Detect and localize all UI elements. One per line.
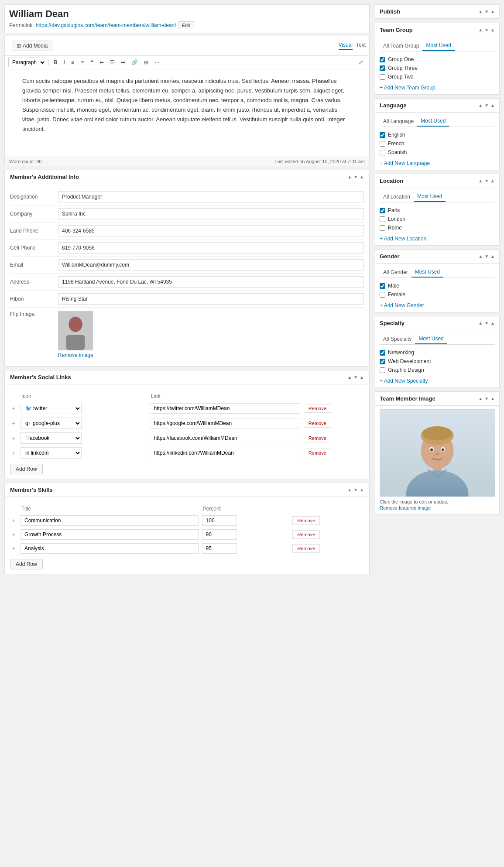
more-button[interactable]: ⋯ <box>152 58 162 67</box>
social-remove-button-2[interactable]: Remove <box>304 434 331 442</box>
gender-down-button[interactable]: ▼ <box>484 254 489 259</box>
location-all-tab[interactable]: All Location <box>380 192 414 202</box>
tab-visual[interactable]: Visual <box>339 42 353 50</box>
table-button[interactable]: ⊞ <box>141 58 151 67</box>
drag-handle-0[interactable]: + <box>12 405 15 412</box>
skills-up-button[interactable]: ▲ <box>347 487 352 492</box>
paragraph-select[interactable]: Paragraph <box>8 58 46 67</box>
social-remove-button-3[interactable]: Remove <box>304 449 331 457</box>
specialty-up-button[interactable]: ▲ <box>478 321 483 326</box>
publish-up-button[interactable]: ▲ <box>478 9 483 14</box>
ribon-input[interactable] <box>58 293 364 305</box>
member-info-down-button[interactable]: ▼ <box>353 175 358 179</box>
publish-down-button[interactable]: ▼ <box>484 9 489 14</box>
location-checkbox-2[interactable] <box>380 225 385 231</box>
language-down-button[interactable]: ▼ <box>484 103 489 108</box>
specialty-most-used-tab[interactable]: Most Used <box>415 334 447 344</box>
skill-drag-handle-2[interactable]: + <box>12 545 15 552</box>
designation-input[interactable] <box>58 191 364 202</box>
gender-checkbox-0[interactable] <box>380 283 385 289</box>
language-checkbox-1[interactable] <box>380 141 385 147</box>
add-language-link[interactable]: + Add New Language <box>380 160 495 166</box>
social-add-row-button[interactable]: Add Row <box>10 464 43 474</box>
language-toggle-button[interactable]: ▲ <box>490 103 495 108</box>
editor-body[interactable]: Cum sociis natoque penatibus et magnis d… <box>5 69 369 157</box>
skills-toggle-button[interactable]: ▲ <box>360 487 364 492</box>
skills-add-row-button[interactable]: Add Row <box>10 559 43 569</box>
team-group-checkbox-2[interactable] <box>380 74 385 80</box>
skills-down-button[interactable]: ▼ <box>353 487 358 492</box>
skill-drag-handle-1[interactable]: + <box>12 531 15 538</box>
team-group-most-used-tab[interactable]: Most Used <box>422 41 454 51</box>
social-icon-select-0[interactable]: 🐦 twitter g+ google-plus f facebook in l… <box>21 403 82 414</box>
blockquote-button[interactable]: ❝ <box>88 58 96 67</box>
skill-percent-input-2[interactable] <box>202 543 237 554</box>
address-input[interactable] <box>58 276 364 288</box>
add-media-button[interactable]: ⊞ Add Media <box>12 41 52 51</box>
skill-percent-input-0[interactable] <box>202 515 237 526</box>
language-checkbox-2[interactable] <box>380 150 385 155</box>
unordered-list-button[interactable]: ≡ <box>69 58 77 67</box>
location-up-button[interactable]: ▲ <box>478 178 483 183</box>
add-gender-link[interactable]: + Add New Gender <box>380 302 495 308</box>
social-icon-select-3[interactable]: 🐦 twitter g+ google-plus f facebook in l… <box>21 447 82 459</box>
italic-button[interactable]: I <box>61 58 68 67</box>
skill-title-input-2[interactable] <box>21 543 199 554</box>
social-link-input-0[interactable] <box>150 403 300 414</box>
language-most-used-tab[interactable]: Most Used <box>417 116 449 127</box>
gender-most-used-tab[interactable]: Most Used <box>411 267 443 278</box>
language-checkbox-0[interactable] <box>380 132 385 138</box>
specialty-down-button[interactable]: ▼ <box>484 321 489 326</box>
team-group-checkbox-1[interactable] <box>380 65 385 71</box>
skill-remove-button-0[interactable]: Remove <box>292 516 320 525</box>
ordered-list-button[interactable]: ≣ <box>78 58 87 67</box>
location-toggle-button[interactable]: ▲ <box>490 178 495 183</box>
social-icon-select-2[interactable]: 🐦 twitter g+ google-plus f facebook in l… <box>21 432 82 444</box>
specialty-all-tab[interactable]: All Specialty <box>380 334 415 344</box>
land-phone-input[interactable] <box>58 225 364 236</box>
skill-percent-input-1[interactable] <box>202 529 237 540</box>
social-link-input-2[interactable] <box>150 433 300 443</box>
align-right-button[interactable]: ➡ <box>118 58 128 67</box>
team-group-all-tab[interactable]: All Team Group <box>380 41 422 51</box>
remove-image-link[interactable]: Remove image <box>58 352 93 358</box>
specialty-toggle-button[interactable]: ▲ <box>490 321 495 326</box>
drag-handle-1[interactable]: + <box>12 420 15 427</box>
skill-remove-button-1[interactable]: Remove <box>292 530 320 539</box>
social-links-down-button[interactable]: ▼ <box>353 375 358 380</box>
remove-featured-image-link[interactable]: Remove featured image <box>380 505 431 511</box>
language-all-tab[interactable]: All Language <box>380 116 417 127</box>
tab-text[interactable]: Text <box>356 42 366 50</box>
social-link-input-1[interactable] <box>150 418 300 428</box>
drag-handle-3[interactable]: + <box>12 449 15 456</box>
specialty-checkbox-2[interactable] <box>380 367 385 373</box>
permalink-edit-button[interactable]: Edit <box>178 21 194 29</box>
social-links-toggle-button[interactable]: ▲ <box>360 375 364 380</box>
skill-title-input-1[interactable] <box>21 529 199 540</box>
location-most-used-tab[interactable]: Most Used <box>414 192 446 202</box>
team-group-toggle-button[interactable]: ▲ <box>490 27 495 32</box>
member-info-toggle-button[interactable]: ▲ <box>360 175 364 179</box>
team-group-checkbox-0[interactable] <box>380 57 385 62</box>
company-input[interactable] <box>58 208 364 219</box>
publish-toggle-button[interactable]: ▲ <box>490 9 495 14</box>
location-checkbox-1[interactable] <box>380 216 385 222</box>
team-group-down-button[interactable]: ▼ <box>484 27 489 32</box>
gender-up-button[interactable]: ▲ <box>478 254 483 259</box>
add-specialty-link[interactable]: + Add New Specialty <box>380 378 495 384</box>
team-group-up-button[interactable]: ▲ <box>478 27 483 32</box>
specialty-checkbox-1[interactable] <box>380 359 385 364</box>
drag-handle-2[interactable]: + <box>12 435 15 442</box>
language-up-button[interactable]: ▲ <box>478 103 483 108</box>
bold-button[interactable]: B <box>51 58 60 67</box>
email-input[interactable] <box>58 259 364 271</box>
social-remove-button-1[interactable]: Remove <box>304 419 331 428</box>
add-team-group-link[interactable]: + Add New Team Group <box>380 85 495 91</box>
gender-all-tab[interactable]: All Gender <box>380 267 411 278</box>
team-member-image[interactable] <box>380 409 495 497</box>
align-left-button[interactable]: ⬅ <box>97 58 106 67</box>
flip-image-preview[interactable] <box>58 311 93 350</box>
specialty-checkbox-0[interactable] <box>380 350 385 356</box>
social-link-input-3[interactable] <box>150 448 300 458</box>
permalink-url[interactable]: https://dev.gsplugins.com/team/team-memb… <box>36 22 176 28</box>
